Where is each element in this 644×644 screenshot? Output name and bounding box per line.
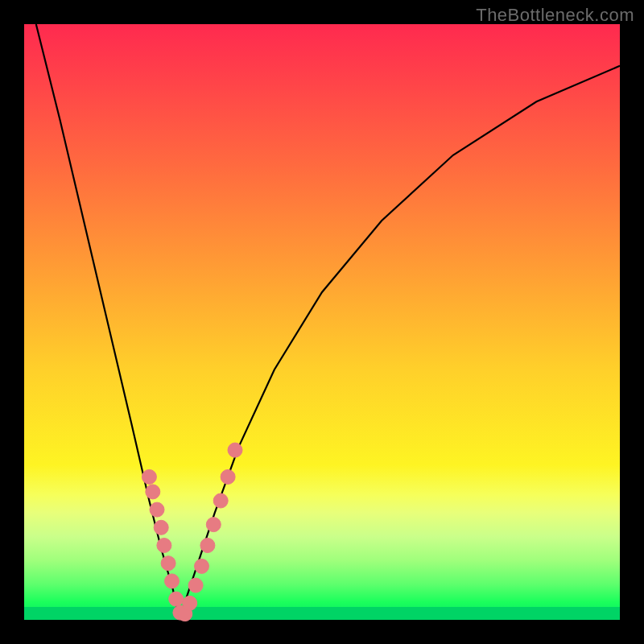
plot-area <box>24 24 620 620</box>
marker-dot <box>200 539 215 553</box>
marker-dot <box>146 485 160 499</box>
watermark-text: TheBottleneck.com <box>476 5 634 26</box>
marker-dot <box>142 469 156 484</box>
marker-dot <box>228 443 242 457</box>
marker-group <box>142 443 242 621</box>
marker-dot <box>161 556 175 571</box>
marker-dot <box>206 518 221 532</box>
marker-dot <box>188 578 203 592</box>
marker-dot <box>195 559 209 573</box>
marker-dot <box>183 596 197 610</box>
chart-svg <box>24 24 620 620</box>
marker-dot <box>154 520 168 535</box>
bottleneck-curve <box>36 24 620 620</box>
marker-dot <box>150 502 164 517</box>
marker-dot <box>157 539 171 553</box>
marker-dot <box>169 592 184 606</box>
marker-dot <box>165 574 180 588</box>
chart-frame: TheBottleneck.com <box>0 0 644 644</box>
marker-dot <box>213 493 228 508</box>
marker-dot <box>221 469 235 484</box>
